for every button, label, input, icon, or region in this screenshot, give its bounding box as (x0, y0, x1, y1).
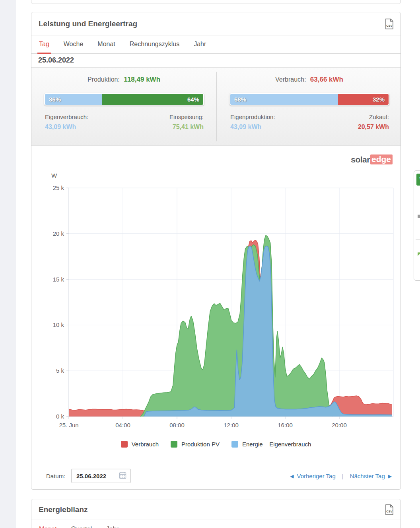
tab-jahr[interactable]: Jahr (194, 35, 206, 53)
nav-separator: | (342, 473, 344, 479)
consumption-header: Verbrauch: 63,66 kWh (217, 76, 402, 84)
y-tick-label: 25 k (53, 184, 64, 191)
legend-item[interactable]: Verbrauch (121, 441, 159, 448)
tab-jahr[interactable]: Jahr (106, 520, 119, 528)
y-axis-unit-label: W (51, 172, 57, 179)
zukauf-label: Zukauf: (369, 113, 389, 120)
legend-label: Energie – Eigenverbrauch (242, 441, 311, 448)
day-navigation: ◀ Vorheriger Tag | Nächster Tag ▶ (290, 473, 392, 479)
svg-text:CSV: CSV (386, 510, 392, 513)
zukauf-value: 20,57 kWh (358, 123, 389, 131)
production-value: 118,49 kWh (124, 76, 160, 83)
legend-label: Verbrauch (132, 441, 159, 448)
legend-item[interactable]: Produktion PV (171, 441, 220, 448)
eigenproduktion-value: 43,09 kWh (230, 123, 261, 131)
previous-day-link[interactable]: Vorheriger Tag (297, 473, 335, 479)
energy-balance-tabs: Monat Quartal Jahr (31, 520, 401, 528)
sidebar-divider (416, 239, 420, 240)
svg-text:CSV: CSV (386, 24, 392, 27)
consumption-stats: Verbrauch: 63,66 kWh 68%32% Eigenprodukt… (217, 68, 402, 145)
tab-monat[interactable]: Monat (39, 520, 56, 528)
x-tick-label: 16:00 (278, 422, 293, 428)
energy-balance-title: Energiebilanz (39, 499, 88, 520)
y-tick-label: 5 k (56, 367, 64, 374)
legend-item[interactable]: Energie – Eigenverbrauch (231, 441, 311, 448)
einspeisung-value: 75,41 kWh (173, 123, 204, 131)
legend-swatch (231, 441, 238, 448)
production-label: Produktion: (88, 76, 120, 83)
csv-export-icon[interactable]: CSV (385, 18, 394, 29)
power-area-chart[interactable]: 0 k5 k10 k15 k20 k25 k25. Jun04:0008:001… (31, 147, 401, 462)
production-ratio-bar: 36%64% (44, 93, 204, 106)
ratio-segment: 36% (45, 94, 102, 105)
tab-monat[interactable]: Monat (97, 35, 115, 53)
card-header: Energiebilanz CSV (31, 499, 401, 520)
consumption-label: Verbrauch: (275, 76, 306, 83)
y-tick-label: 10 k (53, 321, 64, 328)
ratio-segment: 64% (102, 94, 203, 105)
calendar-icon[interactable] (119, 471, 126, 481)
einspeisung-label: Einspeisung: (169, 113, 204, 120)
card-header: Leistung und Energieertrag CSV (31, 12, 401, 35)
chart-legend: VerbrauchProduktion PVEnergie – Eigenver… (31, 441, 401, 448)
eigenverbrauch-label: Eigenverbrauch: (45, 113, 88, 120)
consumption-ratio-bar: 68%32% (229, 93, 389, 106)
eigenverbrauch-value: 43,09 kWh (45, 123, 76, 131)
consumption-value: 63,66 kWh (310, 76, 343, 83)
x-tick-label: 04:00 (115, 422, 130, 428)
page-title: Leistung und Energieertrag (39, 12, 137, 35)
date-picker-input[interactable]: 25.06.2022 (71, 469, 131, 483)
page-left-margin (0, 0, 16, 528)
x-tick-label: 12:00 (224, 422, 239, 428)
next-day-link[interactable]: Nächster Tag (350, 473, 385, 479)
green-arrow-icon (418, 252, 420, 256)
eigenproduktion-label: Eigenproduktion: (230, 113, 275, 120)
y-tick-label: 15 k (53, 276, 64, 283)
y-tick-label: 20 k (53, 230, 64, 237)
ratio-segment: 32% (338, 94, 389, 105)
power-energy-card: Leistung und Energieertrag CSV Tag Woche… (31, 12, 401, 490)
selected-date-heading: 25.06.2022 (38, 56, 74, 65)
x-tick-label: 20:00 (332, 422, 347, 428)
y-tick-label: 0 k (56, 413, 64, 420)
production-stats: Produktion: 118,49 kWh 36%64% Eigenverbr… (31, 68, 216, 145)
legend-swatch (171, 441, 177, 448)
tab-woche[interactable]: Woche (64, 35, 84, 53)
energy-balance-card: Energiebilanz CSV Monat Quartal Jahr (31, 499, 401, 528)
previous-card-bottom-edge (31, 0, 401, 4)
x-tick-label: 08:00 (169, 422, 185, 428)
chart-steps-icon (417, 209, 420, 221)
legend-label: Produktion PV (181, 441, 220, 448)
ratio-segment: 68% (230, 94, 338, 105)
next-day-arrow-icon[interactable]: ▶ (388, 473, 392, 479)
previous-day-arrow-icon[interactable]: ◀ (290, 473, 294, 479)
datum-label: Datum: (46, 473, 65, 479)
right-sidebar-card-fragment: W (414, 170, 420, 281)
tab-quartal[interactable]: Quartal (71, 520, 91, 528)
legend-swatch (121, 441, 128, 448)
tab-rechnungszyklus[interactable]: Rechnungszyklus (130, 35, 179, 53)
x-tick-label: 25. Jun (59, 422, 78, 428)
tab-tag[interactable]: Tag (39, 35, 49, 53)
sidebar-green-tile: W (416, 174, 420, 186)
daily-stats-panel: Produktion: 118,49 kWh 36%64% Eigenverbr… (31, 67, 401, 146)
period-tabs: Tag Woche Monat Rechnungszyklus Jahr (31, 35, 401, 54)
production-header: Produktion: 118,49 kWh (31, 76, 216, 84)
date-picker-value: 25.06.2022 (76, 473, 119, 479)
csv-export-icon[interactable]: CSV (385, 504, 394, 515)
